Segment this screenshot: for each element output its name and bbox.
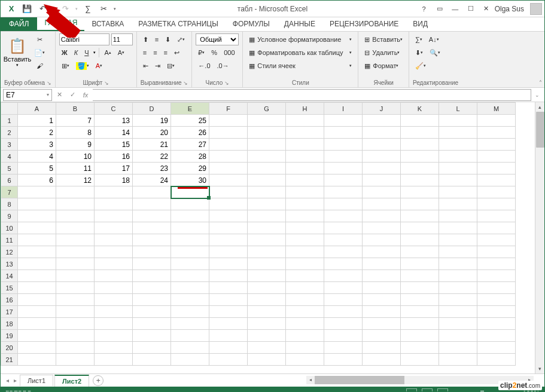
cell-C12[interactable] bbox=[95, 246, 133, 258]
col-header-E[interactable]: E bbox=[171, 103, 209, 115]
cell-F15[interactable] bbox=[209, 282, 248, 294]
cell-B14[interactable] bbox=[56, 270, 95, 282]
cell-J7[interactable] bbox=[363, 186, 401, 198]
italic-button[interactable]: К bbox=[72, 47, 80, 59]
cell-F21[interactable] bbox=[209, 354, 248, 366]
cell-H12[interactable] bbox=[286, 246, 324, 258]
row-header-7[interactable]: 7 bbox=[1, 186, 18, 198]
help-icon[interactable]: ? bbox=[417, 3, 431, 15]
cell-K10[interactable] bbox=[401, 222, 439, 234]
cell-E16[interactable] bbox=[171, 294, 209, 306]
cell-H1[interactable] bbox=[286, 115, 324, 127]
cell-I20[interactable] bbox=[324, 342, 363, 354]
cell-A4[interactable]: 4 bbox=[18, 151, 56, 163]
cell-I19[interactable] bbox=[324, 330, 363, 342]
cell-D18[interactable] bbox=[133, 318, 171, 330]
cell-A1[interactable]: 1 bbox=[18, 115, 56, 127]
cell-M17[interactable] bbox=[477, 306, 516, 318]
cell-J8[interactable] bbox=[363, 198, 401, 210]
cell-H21[interactable] bbox=[286, 354, 324, 366]
row-header-5[interactable]: 5 bbox=[1, 163, 18, 174]
cell-A5[interactable]: 5 bbox=[18, 163, 56, 174]
cell-C1[interactable]: 13 bbox=[95, 115, 133, 127]
cell-L4[interactable] bbox=[439, 151, 477, 163]
cell-C8[interactable] bbox=[95, 198, 133, 210]
cell-H7[interactable] bbox=[286, 186, 324, 198]
cell-I21[interactable] bbox=[324, 354, 363, 366]
expand-formula-bar-icon[interactable]: ⌄ bbox=[532, 92, 542, 98]
cell-F18[interactable] bbox=[209, 318, 248, 330]
merge-button[interactable]: ⊟▾ bbox=[165, 60, 177, 72]
align-top-button[interactable]: ⬆ bbox=[141, 33, 151, 45]
row-header-16[interactable]: 16 bbox=[1, 294, 18, 306]
cell-B8[interactable] bbox=[56, 198, 95, 210]
cell-E20[interactable] bbox=[171, 342, 209, 354]
cell-C6[interactable]: 18 bbox=[95, 174, 133, 186]
cell-A20[interactable] bbox=[18, 342, 56, 354]
cell-I18[interactable] bbox=[324, 318, 363, 330]
cell-L16[interactable] bbox=[439, 294, 477, 306]
tab-formulas[interactable]: ФОРМУЛЫ bbox=[226, 17, 277, 31]
cell-J11[interactable] bbox=[363, 234, 401, 246]
cell-D6[interactable]: 24 bbox=[133, 174, 171, 186]
cut-icon[interactable]: ✂ bbox=[96, 2, 111, 16]
cell-D14[interactable] bbox=[133, 270, 171, 282]
cell-I3[interactable] bbox=[324, 139, 363, 151]
align-right-button[interactable]: ≡ bbox=[162, 47, 170, 59]
cell-E19[interactable] bbox=[171, 330, 209, 342]
col-header-L[interactable]: L bbox=[439, 103, 477, 115]
tab-file[interactable]: ФАЙЛ bbox=[1, 17, 37, 31]
cell-F8[interactable] bbox=[209, 198, 248, 210]
col-header-J[interactable]: J bbox=[363, 103, 401, 115]
cell-H2[interactable] bbox=[286, 127, 324, 139]
excel-icon[interactable]: X bbox=[4, 2, 19, 16]
cell-I12[interactable] bbox=[324, 246, 363, 258]
cell-L9[interactable] bbox=[439, 210, 477, 222]
clear-button[interactable]: 🧹 ▾ bbox=[413, 60, 428, 72]
cell-A7[interactable] bbox=[18, 186, 56, 198]
fill-button[interactable]: ⬇ ▾ bbox=[413, 47, 425, 59]
cell-D11[interactable] bbox=[133, 234, 171, 246]
cell-D2[interactable]: 20 bbox=[133, 127, 171, 139]
cell-E8[interactable] bbox=[171, 198, 209, 210]
view-normal-icon[interactable] bbox=[406, 388, 417, 392]
cell-F6[interactable] bbox=[209, 174, 248, 186]
number-launcher-icon[interactable]: ↘ bbox=[224, 80, 229, 86]
cell-I16[interactable] bbox=[324, 294, 363, 306]
cell-C18[interactable] bbox=[95, 318, 133, 330]
cell-B17[interactable] bbox=[56, 306, 95, 318]
cell-G5[interactable] bbox=[248, 163, 286, 174]
cell-K18[interactable] bbox=[401, 318, 439, 330]
cell-M4[interactable] bbox=[477, 151, 516, 163]
cell-B6[interactable]: 12 bbox=[56, 174, 95, 186]
cell-C16[interactable] bbox=[95, 294, 133, 306]
cell-I13[interactable] bbox=[324, 258, 363, 270]
tab-home[interactable]: ГЛАВНАЯ bbox=[37, 16, 84, 31]
tab-data[interactable]: ДАННЫЕ bbox=[277, 17, 322, 31]
cell-M19[interactable] bbox=[477, 330, 516, 342]
cell-C7[interactable] bbox=[95, 186, 133, 198]
cell-G17[interactable] bbox=[248, 306, 286, 318]
cell-C14[interactable] bbox=[95, 270, 133, 282]
cell-C20[interactable] bbox=[95, 342, 133, 354]
vscroll-thumb[interactable] bbox=[536, 112, 544, 148]
cell-J17[interactable] bbox=[363, 306, 401, 318]
cell-F13[interactable] bbox=[209, 258, 248, 270]
cell-B18[interactable] bbox=[56, 318, 95, 330]
row-header-15[interactable]: 15 bbox=[1, 282, 18, 294]
cell-D10[interactable] bbox=[133, 222, 171, 234]
cell-J19[interactable] bbox=[363, 330, 401, 342]
wrap-text-button[interactable]: ↩ bbox=[172, 47, 182, 59]
cell-F19[interactable] bbox=[209, 330, 248, 342]
cell-I2[interactable] bbox=[324, 127, 363, 139]
cell-G20[interactable] bbox=[248, 342, 286, 354]
cell-G13[interactable] bbox=[248, 258, 286, 270]
cell-H9[interactable] bbox=[286, 210, 324, 222]
cell-L14[interactable] bbox=[439, 270, 477, 282]
ribbon-display-icon[interactable]: ▭ bbox=[433, 3, 447, 15]
col-header-K[interactable]: K bbox=[401, 103, 439, 115]
decrease-decimal-button[interactable]: .0→ bbox=[215, 60, 232, 72]
cell-B2[interactable]: 8 bbox=[56, 127, 95, 139]
sheet-nav-prev-icon[interactable]: ◂ bbox=[4, 377, 11, 384]
cell-D21[interactable] bbox=[133, 354, 171, 366]
